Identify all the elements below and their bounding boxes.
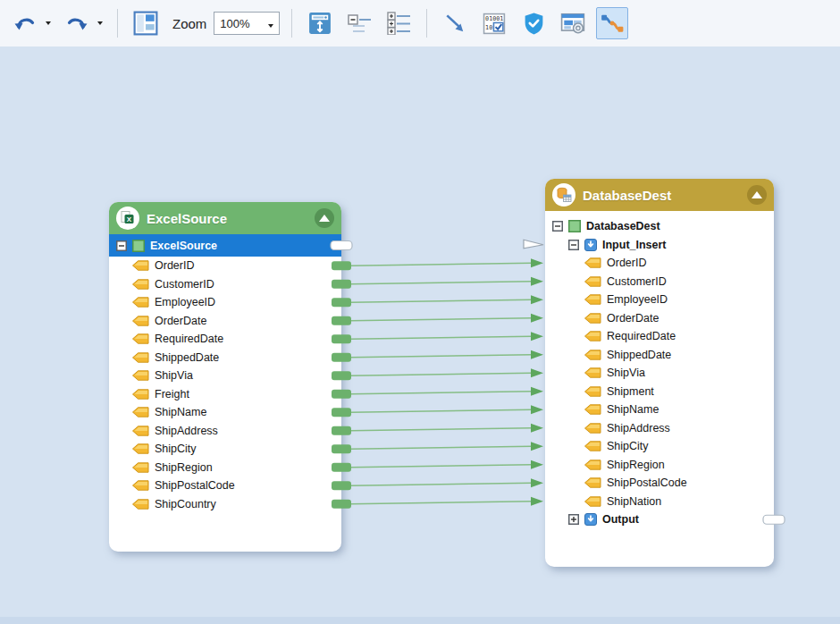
field-row[interactable]: ShipName: [545, 401, 774, 419]
group-row[interactable]: ExcelSource: [109, 234, 341, 257]
mapping-line[interactable]: [350, 282, 532, 284]
collapse-expander-icon[interactable]: [568, 240, 579, 250]
field-tag-icon: [584, 294, 601, 305]
mapping-line[interactable]: [350, 336, 532, 339]
field-tag-icon: [132, 279, 149, 290]
mapping-arrowhead-icon: [531, 478, 543, 487]
mapping-line[interactable]: [350, 392, 532, 394]
field-row[interactable]: ShipCountry: [109, 495, 341, 514]
mapping-line[interactable]: [350, 502, 532, 504]
row-label: ShipAddress: [607, 422, 670, 434]
field-tag-icon: [132, 297, 149, 308]
field-row[interactable]: EmployeeID: [109, 293, 341, 312]
mapping-line[interactable]: [350, 373, 532, 375]
data-quality-button[interactable]: [517, 7, 550, 39]
field-tag-icon: [584, 460, 601, 470]
row-label: ShipPostalCode: [155, 479, 235, 492]
undo-dropdown-caret[interactable]: [43, 8, 54, 38]
mapping-line[interactable]: [350, 428, 532, 431]
database-icon: [552, 183, 575, 207]
field-row[interactable]: ShipName: [109, 403, 341, 422]
field-row[interactable]: ShipPostalCode: [109, 476, 341, 495]
auto-map-button[interactable]: [596, 7, 628, 39]
collapse-expander-icon[interactable]: [116, 240, 127, 251]
field-row[interactable]: ShipPostalCode: [545, 474, 774, 493]
triangle-up-icon: [319, 215, 330, 222]
node-header-excel-source[interactable]: XExcelSource: [109, 202, 341, 234]
node-input-port[interactable]: [524, 240, 543, 249]
field-row[interactable]: OrderDate: [109, 312, 341, 331]
field-row[interactable]: EmployeeID: [545, 291, 774, 309]
date-format-button[interactable]: 0100110: [478, 7, 510, 39]
field-tag-icon: [132, 426, 149, 436]
collapse-all-button[interactable]: [343, 7, 375, 39]
group-row[interactable]: DatabaseDest: [545, 217, 774, 236]
group-row[interactable]: Output: [545, 510, 774, 529]
preview-window-button[interactable]: [557, 7, 589, 39]
draw-link-button[interactable]: [439, 7, 471, 39]
expand-all-button[interactable]: [382, 7, 415, 39]
collapse-node-button[interactable]: [315, 208, 334, 228]
row-label: CustomerID: [607, 275, 667, 288]
expand-expander-icon[interactable]: [568, 514, 579, 525]
field-row[interactable]: ShippedDate: [545, 346, 774, 365]
field-row[interactable]: ShipCity: [109, 440, 341, 459]
row-label: EmployeeID: [155, 296, 215, 308]
mapping-line[interactable]: [350, 483, 532, 485]
field-tag-icon: [132, 352, 149, 363]
field-row[interactable]: ShipVia: [109, 367, 341, 385]
mapping-line[interactable]: [350, 318, 532, 321]
zoom-select[interactable]: 100%: [214, 12, 280, 35]
row-label: OrderID: [155, 259, 194, 272]
field-row[interactable]: RequiredDate: [109, 330, 341, 349]
field-row[interactable]: RequiredDate: [545, 327, 774, 346]
mapping-line[interactable]: [350, 409, 532, 412]
field-row[interactable]: ShipAddress: [545, 419, 774, 438]
field-row[interactable]: CustomerID: [109, 275, 341, 294]
row-label: CustomerID: [155, 278, 214, 291]
field-tag-icon: [584, 441, 601, 451]
mapping-line[interactable]: [350, 465, 532, 468]
dataset-icon: [568, 220, 581, 232]
field-row[interactable]: ShipAddress: [109, 422, 341, 441]
field-row[interactable]: OrderID: [545, 254, 774, 273]
group-row[interactable]: Input_Insert: [545, 236, 774, 255]
redo-button[interactable]: [61, 7, 93, 39]
row-label: ShipVia: [607, 367, 645, 379]
mapping-line[interactable]: [350, 263, 532, 266]
collapse-node-button[interactable]: [747, 185, 767, 205]
undo-button[interactable]: [9, 7, 41, 39]
field-row[interactable]: ShipVia: [545, 364, 774, 383]
redo-dropdown-caret[interactable]: [95, 8, 105, 38]
row-label: OrderID: [607, 257, 646, 269]
node-database-dest: DatabaseDestDatabaseDestInput_InsertOrde…: [545, 179, 774, 567]
node-body: DatabaseDestInput_InsertOrderIDCustomerI…: [545, 211, 774, 529]
row-label: ShipName: [155, 406, 206, 418]
mapping-line[interactable]: [350, 446, 532, 449]
field-tag-icon: [132, 499, 149, 510]
field-row[interactable]: Shipment: [545, 383, 774, 401]
zoom-select-caret-icon[interactable]: [268, 15, 273, 31]
row-label: ShipVia: [155, 369, 193, 382]
field-tag-icon: [584, 276, 601, 287]
layout-panels-button[interactable]: [130, 7, 162, 39]
field-tag-icon: [132, 370, 149, 381]
field-row[interactable]: ShippedDate: [109, 349, 341, 367]
mapping-line[interactable]: [350, 355, 532, 358]
field-row[interactable]: OrderID: [109, 257, 341, 275]
node-header-database-dest[interactable]: DatabaseDest: [545, 179, 774, 211]
field-row[interactable]: ShipRegion: [545, 456, 774, 475]
toolbar: Zoom100%0100110: [0, 0, 840, 46]
field-row[interactable]: ShipRegion: [109, 459, 341, 477]
field-row[interactable]: OrderDate: [545, 309, 774, 328]
field-row[interactable]: Freight: [109, 385, 341, 404]
layout-panels-icon: [133, 11, 158, 36]
field-row[interactable]: ShipCity: [545, 437, 774, 456]
row-height-button[interactable]: [304, 7, 336, 39]
field-row[interactable]: CustomerID: [545, 273, 774, 291]
field-row[interactable]: ShipNation: [545, 493, 774, 511]
mapping-line[interactable]: [350, 299, 532, 302]
toolbar-separator: [117, 9, 118, 38]
row-label: ShippedDate: [155, 351, 219, 364]
collapse-expander-icon[interactable]: [552, 221, 563, 232]
